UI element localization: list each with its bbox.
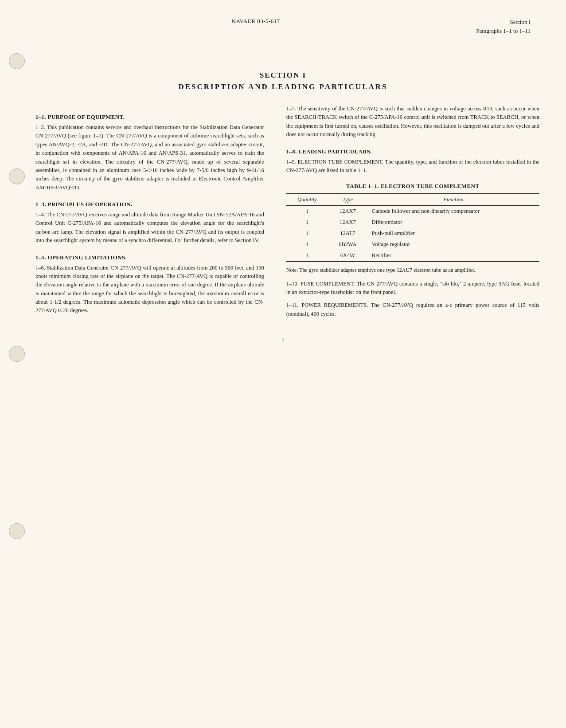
heading-purpose: 1–1. PURPOSE OF EQUIPMENT.: [35, 114, 264, 121]
section-title-area: SECTION I DESCRIPTION AND LEADING PARTIC…: [0, 71, 566, 91]
cell-function: Differentiator: [367, 217, 539, 228]
heading-leading: 1–8. LEADING PARTICULARS.: [286, 148, 539, 155]
header-right: Section I Paragraphs 1–1 to 1–11: [476, 18, 531, 35]
cell-function: Rectifier: [367, 250, 539, 262]
section-subtitle: DESCRIPTION AND LEADING PARTICULARS: [0, 82, 566, 91]
right-column: 1–7. The sensitivity of the CN-277/AVQ i…: [277, 105, 539, 323]
cell-function: Push-pull amplifier: [367, 228, 539, 239]
cell-type: 12AT7: [328, 228, 367, 239]
col-header-function: Function: [367, 194, 539, 206]
paragraphs-label: Paragraphs 1–1 to 1–11: [476, 27, 531, 35]
section-title: SECTION I: [0, 71, 566, 80]
para-sensitivity: 1–7. The sensitivity of the CN-277/AVQ i…: [286, 105, 539, 139]
para-principles: 1–4. The CN-277/AVQ receives range and a…: [35, 211, 264, 245]
cell-type: 0B2WA: [328, 239, 367, 250]
cell-quantity: 1: [286, 250, 328, 262]
electron-tube-table: Quantity Type Function 112AX7Cathode fol…: [286, 193, 539, 262]
table-title: TABLE 1–1. ELECTRON TUBE COMPLEMENT: [286, 183, 539, 190]
para-power: 1–11. POWER REQUIREMENTS. The CN-277/AVQ…: [286, 301, 539, 318]
binding-hole-1: [9, 53, 25, 69]
page: NAVAER 03-5-617 Section I Paragraphs 1–1…: [0, 0, 566, 728]
heading-limitations: 1–5. OPERATING LIMITATIONS.: [35, 254, 264, 261]
table-row: 112AT7Push-pull amplifier: [286, 228, 539, 239]
table-row: 112AX7Cathode follower and non-linearity…: [286, 206, 539, 217]
document-number: NAVAER 03-5-617: [232, 18, 280, 35]
cell-quantity: 4: [286, 239, 328, 250]
heading-principles: 1–3. PRINCIPLES OF OPERATION.: [35, 201, 264, 208]
left-column: 1–1. PURPOSE OF EQUIPMENT. 1–2. This pub…: [35, 105, 277, 323]
cell-quantity: 1: [286, 228, 328, 239]
cell-quantity: 1: [286, 217, 328, 228]
section-label: Section I: [476, 18, 531, 27]
faint-section-label: · · · · · · · · · · ·: [0, 39, 566, 44]
col-header-type: Type: [328, 194, 367, 206]
table-row: 112AX7Differentiator: [286, 217, 539, 228]
para-tube-intro: 1–9. ELECTRON TUBE COMPLEMENT. The quant…: [286, 158, 539, 175]
page-number: 1: [0, 336, 566, 343]
binding-hole-4: [9, 523, 25, 539]
table-row: 16X4WRectifier: [286, 250, 539, 262]
col-header-quantity: Quantity: [286, 194, 328, 206]
table-row: 40B2WAVoltage regulator: [286, 239, 539, 250]
para-fuse: 1–10. FUSE COMPLEMENT. The CN-277/AVQ co…: [286, 280, 539, 297]
cell-function: Cathode follower and non-linearity compe…: [367, 206, 539, 217]
cell-type: 12AX7: [328, 217, 367, 228]
cell-type: 12AX7: [328, 206, 367, 217]
cell-type: 6X4W: [328, 250, 367, 262]
binding-hole-3: [9, 346, 25, 362]
page-header: NAVAER 03-5-617 Section I Paragraphs 1–1…: [0, 18, 566, 35]
binding-hole-2: [9, 168, 25, 184]
table-note: Note: The gyro stabilizer adapter employ…: [286, 266, 539, 274]
para-purpose: 1–2. This publication contains service a…: [35, 123, 264, 192]
content-area: 1–1. PURPOSE OF EQUIPMENT. 1–2. This pub…: [0, 105, 566, 323]
para-limitations: 1–6. Stablization Data Generator CN-277/…: [35, 264, 264, 315]
cell-quantity: 1: [286, 206, 328, 217]
cell-function: Voltage regulator: [367, 239, 539, 250]
